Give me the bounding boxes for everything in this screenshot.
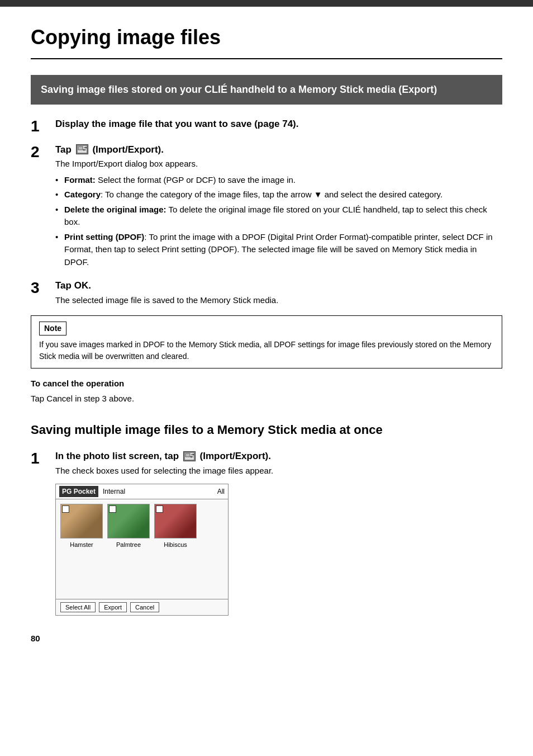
bullet-category-term: Category xyxy=(64,190,101,199)
step2-content: Tap (Import/Export). The Import/Export d… xyxy=(55,143,502,272)
step1-number: 1 xyxy=(31,117,55,136)
image-label-hamster: Hamster xyxy=(70,540,93,550)
cancel-heading: To cancel the operation xyxy=(31,377,502,390)
section2-step1-block: 1 In the photo list screen, tap (Import/… xyxy=(31,449,502,616)
checkbox-palmtree[interactable] xyxy=(109,505,116,513)
section1-header: Saving image files stored on your CLIÉ h… xyxy=(31,75,502,105)
top-bar xyxy=(0,0,533,7)
checkbox-hibiscus[interactable] xyxy=(156,505,163,513)
bullet-print: Print setting (DPOF): To print the image… xyxy=(55,231,502,269)
section2-step1-intro: In the photo list screen, tap xyxy=(55,451,179,461)
section2-step1-subtext: The check boxes used for selecting the i… xyxy=(55,465,502,478)
step3-block: 3 Tap OK. The selected image file is sav… xyxy=(31,278,502,306)
note-label: Note xyxy=(39,322,66,336)
toolbar-text: Internal xyxy=(103,486,125,497)
step2-block: 2 Tap (Import/Export). The Import/Export xyxy=(31,143,502,272)
step3-subtext: The selected image file is saved to the … xyxy=(55,294,502,307)
export-button[interactable]: Export xyxy=(99,602,127,612)
bullet-category: Category: To change the category of the … xyxy=(55,188,502,201)
image-item-hibiscus: Hibiscus xyxy=(154,504,197,550)
select-all-button[interactable]: Select All xyxy=(60,602,96,612)
image-palmtree xyxy=(107,504,150,538)
page-title: Copying image files xyxy=(31,22,502,59)
step3-number: 3 xyxy=(31,278,55,297)
step1-block: 1 Display the image file that you want t… xyxy=(31,117,502,136)
step3-content: Tap OK. The selected image file is saved… xyxy=(55,278,502,306)
import-export-icon xyxy=(76,144,88,154)
step2-after-icon: (Import/Export). xyxy=(92,144,164,155)
image-hamster xyxy=(60,504,103,538)
screenshot-toolbar: PG Pocket Internal All xyxy=(56,484,228,499)
svg-rect-1 xyxy=(78,147,83,150)
cancel-text: Tap Cancel in step 3 above. xyxy=(31,393,502,405)
step2-intro: Tap xyxy=(55,144,72,155)
image-item-palmtree: Palmtree xyxy=(107,504,150,550)
note-box: Note If you save images marked in DPOF t… xyxy=(31,315,502,368)
svg-rect-7 xyxy=(185,453,190,457)
image-hibiscus xyxy=(154,504,197,538)
screenshot-images: Hamster Palmtree Hibiscus xyxy=(56,499,228,554)
step2-number: 2 xyxy=(31,143,55,162)
bullet-delete-term: Delete the original image: xyxy=(64,205,166,214)
screenshot-footer: Select All Export Cancel xyxy=(56,599,228,615)
checkbox-hamster[interactable] xyxy=(62,505,69,513)
screenshot-box: PG Pocket Internal All Hamster xyxy=(55,484,229,616)
image-label-palmtree: Palmtree xyxy=(116,540,141,550)
image-label-hibiscus: Hibiscus xyxy=(164,540,187,550)
step1-text: Display the image file that you want to … xyxy=(55,119,299,129)
toolbar-right: All xyxy=(217,486,225,497)
page-container: Copying image files Saving image files s… xyxy=(0,7,533,667)
step3-text: Tap OK. xyxy=(55,280,91,291)
step2-subtext: The Import/Export dialog box appears. xyxy=(55,158,502,171)
image-item-hamster: Hamster xyxy=(60,504,103,550)
step2-bullets: Format: Select the format (PGP or DCF) t… xyxy=(55,174,502,269)
screenshot-spacer xyxy=(56,554,228,599)
section2-step1-number: 1 xyxy=(31,449,55,468)
toolbar-label: PG Pocket xyxy=(59,486,98,497)
step2-title: Tap (Import/Export). xyxy=(55,143,502,157)
section2-heading: Saving multiple image files to a Memory … xyxy=(31,420,502,439)
section2-import-export-icon xyxy=(183,451,196,461)
bullet-format-term: Format: xyxy=(64,175,96,185)
page-number: 80 xyxy=(31,632,502,645)
section2-step1-after-icon: (Import/Export). xyxy=(200,451,272,461)
note-text: If you save images marked in DPOF to the… xyxy=(39,339,494,362)
step1-content: Display the image file that you want to … xyxy=(55,117,502,131)
section2-step1-content: In the photo list screen, tap (Import/Ex… xyxy=(55,449,502,616)
bullet-delete: Delete the original image: To delete the… xyxy=(55,204,502,229)
bullet-print-term: Print setting (DPOF) xyxy=(64,232,144,242)
section2-step1-title: In the photo list screen, tap (Import/Ex… xyxy=(55,449,502,464)
cancel-button[interactable]: Cancel xyxy=(130,602,159,612)
bullet-format: Format: Select the format (PGP or DCF) t… xyxy=(55,174,502,187)
